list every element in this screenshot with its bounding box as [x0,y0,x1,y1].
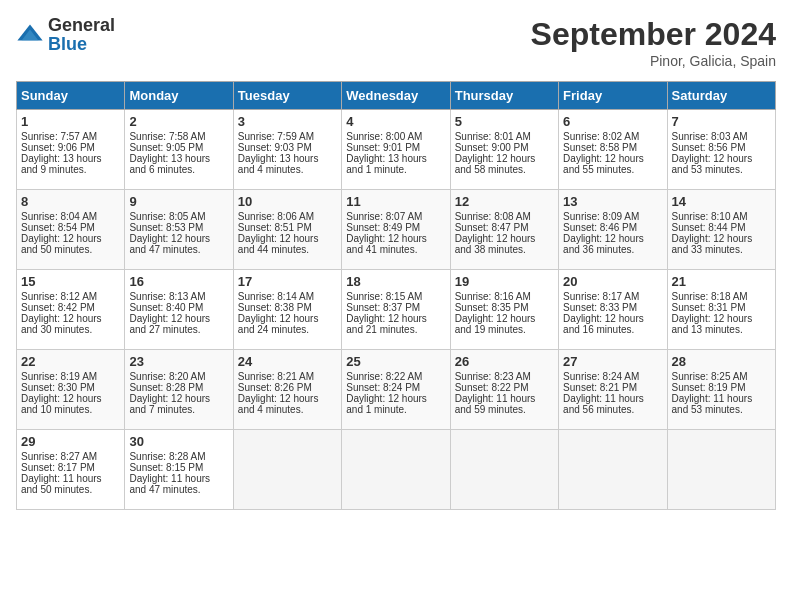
sunset-label: Sunset: 8:58 PM [563,142,637,153]
logo-icon [16,21,44,49]
table-row: 21Sunrise: 8:18 AMSunset: 8:31 PMDayligh… [667,270,775,350]
col-saturday: Saturday [667,82,775,110]
sunrise-label: Sunrise: 8:15 AM [346,291,422,302]
header-row: Sunday Monday Tuesday Wednesday Thursday… [17,82,776,110]
daylight-label: Daylight: 12 hours and 30 minutes. [21,313,102,335]
table-row: 6Sunrise: 8:02 AMSunset: 8:58 PMDaylight… [559,110,667,190]
sunrise-label: Sunrise: 8:28 AM [129,451,205,462]
table-row [667,430,775,510]
table-row: 25Sunrise: 8:22 AMSunset: 8:24 PMDayligh… [342,350,450,430]
table-row: 26Sunrise: 8:23 AMSunset: 8:22 PMDayligh… [450,350,558,430]
daylight-label: Daylight: 12 hours and 7 minutes. [129,393,210,415]
day-number: 4 [346,114,445,129]
table-row: 5Sunrise: 8:01 AMSunset: 9:00 PMDaylight… [450,110,558,190]
sunrise-label: Sunrise: 8:24 AM [563,371,639,382]
sunrise-label: Sunrise: 8:22 AM [346,371,422,382]
sunset-label: Sunset: 8:42 PM [21,302,95,313]
sunrise-label: Sunrise: 8:17 AM [563,291,639,302]
page-header: General Blue September 2024 Pinor, Galic… [16,16,776,69]
sunset-label: Sunset: 8:31 PM [672,302,746,313]
sunrise-label: Sunrise: 8:05 AM [129,211,205,222]
day-number: 24 [238,354,337,369]
day-number: 30 [129,434,228,449]
table-row [342,430,450,510]
daylight-label: Daylight: 13 hours and 9 minutes. [21,153,102,175]
day-number: 11 [346,194,445,209]
sunrise-label: Sunrise: 8:08 AM [455,211,531,222]
sunrise-label: Sunrise: 8:02 AM [563,131,639,142]
table-row: 16Sunrise: 8:13 AMSunset: 8:40 PMDayligh… [125,270,233,350]
table-row: 7Sunrise: 8:03 AMSunset: 8:56 PMDaylight… [667,110,775,190]
day-number: 19 [455,274,554,289]
table-row: 24Sunrise: 8:21 AMSunset: 8:26 PMDayligh… [233,350,341,430]
table-row: 8Sunrise: 8:04 AMSunset: 8:54 PMDaylight… [17,190,125,270]
day-number: 25 [346,354,445,369]
daylight-label: Daylight: 11 hours and 56 minutes. [563,393,644,415]
location: Pinor, Galicia, Spain [531,53,776,69]
daylight-label: Daylight: 12 hours and 4 minutes. [238,393,319,415]
daylight-label: Daylight: 13 hours and 1 minute. [346,153,427,175]
sunset-label: Sunset: 8:37 PM [346,302,420,313]
sunrise-label: Sunrise: 7:57 AM [21,131,97,142]
daylight-label: Daylight: 12 hours and 47 minutes. [129,233,210,255]
table-row: 18Sunrise: 8:15 AMSunset: 8:37 PMDayligh… [342,270,450,350]
sunset-label: Sunset: 8:28 PM [129,382,203,393]
daylight-label: Daylight: 12 hours and 16 minutes. [563,313,644,335]
day-number: 10 [238,194,337,209]
day-number: 3 [238,114,337,129]
sunset-label: Sunset: 9:00 PM [455,142,529,153]
sunrise-label: Sunrise: 8:01 AM [455,131,531,142]
col-sunday: Sunday [17,82,125,110]
sunset-label: Sunset: 8:56 PM [672,142,746,153]
sunset-label: Sunset: 8:51 PM [238,222,312,233]
daylight-label: Daylight: 11 hours and 53 minutes. [672,393,753,415]
table-row: 29Sunrise: 8:27 AMSunset: 8:17 PMDayligh… [17,430,125,510]
daylight-label: Daylight: 12 hours and 53 minutes. [672,153,753,175]
col-friday: Friday [559,82,667,110]
table-row: 2Sunrise: 7:58 AMSunset: 9:05 PMDaylight… [125,110,233,190]
calendar-week-1: 1Sunrise: 7:57 AMSunset: 9:06 PMDaylight… [17,110,776,190]
sunrise-label: Sunrise: 8:21 AM [238,371,314,382]
title-block: September 2024 Pinor, Galicia, Spain [531,16,776,69]
sunset-label: Sunset: 8:40 PM [129,302,203,313]
sunrise-label: Sunrise: 8:13 AM [129,291,205,302]
table-row: 28Sunrise: 8:25 AMSunset: 8:19 PMDayligh… [667,350,775,430]
sunset-label: Sunset: 8:26 PM [238,382,312,393]
day-number: 20 [563,274,662,289]
month-title: September 2024 [531,16,776,53]
sunrise-label: Sunrise: 8:16 AM [455,291,531,302]
table-row: 19Sunrise: 8:16 AMSunset: 8:35 PMDayligh… [450,270,558,350]
col-tuesday: Tuesday [233,82,341,110]
daylight-label: Daylight: 11 hours and 47 minutes. [129,473,210,495]
sunset-label: Sunset: 8:15 PM [129,462,203,473]
sunrise-label: Sunrise: 8:14 AM [238,291,314,302]
table-row: 12Sunrise: 8:08 AMSunset: 8:47 PMDayligh… [450,190,558,270]
sunset-label: Sunset: 9:01 PM [346,142,420,153]
sunrise-label: Sunrise: 8:20 AM [129,371,205,382]
table-row [233,430,341,510]
calendar-week-4: 22Sunrise: 8:19 AMSunset: 8:30 PMDayligh… [17,350,776,430]
sunrise-label: Sunrise: 8:09 AM [563,211,639,222]
table-row: 13Sunrise: 8:09 AMSunset: 8:46 PMDayligh… [559,190,667,270]
day-number: 13 [563,194,662,209]
table-row: 10Sunrise: 8:06 AMSunset: 8:51 PMDayligh… [233,190,341,270]
table-row [559,430,667,510]
daylight-label: Daylight: 12 hours and 55 minutes. [563,153,644,175]
sunset-label: Sunset: 8:19 PM [672,382,746,393]
table-row: 3Sunrise: 7:59 AMSunset: 9:03 PMDaylight… [233,110,341,190]
day-number: 5 [455,114,554,129]
logo-general: General [48,15,115,35]
daylight-label: Daylight: 12 hours and 24 minutes. [238,313,319,335]
sunrise-label: Sunrise: 8:27 AM [21,451,97,462]
daylight-label: Daylight: 12 hours and 36 minutes. [563,233,644,255]
day-number: 8 [21,194,120,209]
day-number: 1 [21,114,120,129]
sunrise-label: Sunrise: 7:58 AM [129,131,205,142]
daylight-label: Daylight: 12 hours and 44 minutes. [238,233,319,255]
sunset-label: Sunset: 8:47 PM [455,222,529,233]
day-number: 12 [455,194,554,209]
daylight-label: Daylight: 13 hours and 4 minutes. [238,153,319,175]
sunset-label: Sunset: 8:53 PM [129,222,203,233]
sunrise-label: Sunrise: 8:07 AM [346,211,422,222]
sunrise-label: Sunrise: 7:59 AM [238,131,314,142]
